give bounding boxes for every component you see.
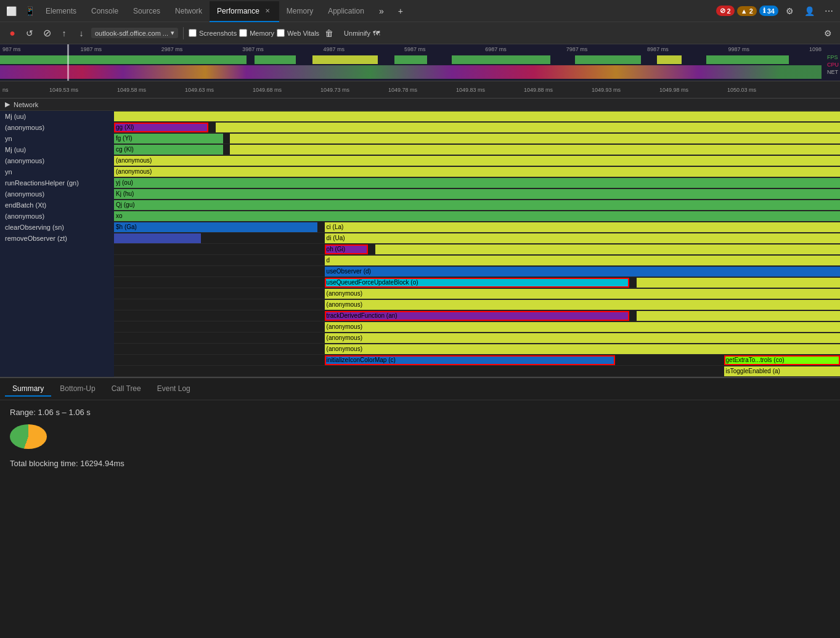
flame-blocks: Qj (gu) — [114, 200, 840, 211]
flame-blocks: gg (Xl) — [114, 122, 840, 133]
flame-block[interactable]: isToggleEnabled (a) — [724, 366, 840, 376]
flame-block[interactable]: useObserver (d) — [325, 267, 840, 277]
flame-block[interactable] — [375, 244, 840, 254]
flame-block[interactable]: trackDerivedFunction (an) — [325, 311, 630, 321]
settings-icon[interactable]: ⚙ — [781, 2, 798, 20]
error-badge[interactable]: ⊘ 2 — [716, 6, 735, 16]
table-row: yn fg (Yl) — [0, 133, 840, 144]
add-tab-btn[interactable]: + — [392, 2, 409, 20]
flame-label: (anonymous) — [0, 188, 114, 200]
table-row: useObserver (d) — [0, 266, 840, 277]
url-dropdown-icon[interactable]: ▾ — [171, 29, 174, 37]
screenshots-checkbox[interactable]: Screenshots — [189, 29, 237, 37]
flame-blocks: (anonymous) — [114, 321, 840, 333]
range-text: Range: 1.06 s – 1.06 s — [10, 408, 830, 417]
table-row: trackDerivedFunction (an) — [0, 310, 840, 321]
flame-block[interactable]: (anonymous) — [325, 322, 840, 332]
tab-console[interactable]: Console — [84, 1, 126, 22]
flame-block[interactable]: Qj (gu) — [114, 200, 840, 210]
flame-block[interactable] — [637, 278, 840, 288]
flame-block[interactable]: (anonymous) — [325, 300, 840, 310]
table-row: Mj (uu) cg (Kl) — [0, 144, 840, 155]
flame-block[interactable]: $h (Ga) — [114, 222, 317, 232]
flame-block[interactable]: initializeIconColorMap (c) — [325, 355, 615, 365]
flame-block[interactable]: (anonymous) — [325, 333, 840, 343]
device-icon[interactable]: 📱 — [21, 2, 38, 20]
flame-block[interactable]: oh (Gi) — [325, 244, 369, 254]
flame-blocks: (anonymous) — [114, 166, 840, 177]
flame-block[interactable] — [637, 311, 840, 321]
unminify-icon: 🗺 — [373, 30, 380, 37]
flame-block[interactable]: gg (Xl) — [114, 123, 208, 132]
table-row: yn (anonymous) — [0, 166, 840, 177]
tab-memory[interactable]: Memory — [279, 1, 320, 22]
download-btn[interactable]: ↓ — [74, 26, 89, 41]
flame-label: (anonymous) — [0, 155, 114, 166]
web-vitals-checkbox[interactable]: Web Vitals — [277, 29, 319, 37]
tab-call-tree[interactable]: Call Tree — [104, 382, 149, 397]
flame-block[interactable]: ci (La) — [325, 222, 840, 232]
settings2-icon[interactable]: ⚙ — [820, 26, 835, 41]
tab-performance[interactable]: Performance ✕ — [210, 1, 279, 22]
flame-block[interactable]: yj (ou) — [114, 178, 840, 188]
tab-elements[interactable]: Elements — [38, 1, 84, 22]
table-row: Mj (uu) — [0, 111, 840, 122]
warning-badge[interactable]: ▲ 2 — [737, 6, 757, 16]
flame-blocks: (anonymous) — [114, 155, 840, 166]
flame-block[interactable]: d — [325, 256, 840, 265]
flame-blocks: xo — [114, 211, 840, 222]
flame-block[interactable]: fg (Yl) — [114, 134, 223, 143]
network-expand-icon[interactable]: ▶ — [5, 100, 10, 108]
record-btn[interactable]: ● — [5, 26, 20, 41]
flame-block[interactable] — [114, 111, 840, 121]
flame-label: Mj (uu) — [0, 144, 114, 155]
more-tabs-btn[interactable]: » — [373, 2, 390, 20]
flame-block[interactable] — [230, 145, 840, 155]
flame-block[interactable]: (anonymous) — [325, 289, 840, 299]
tab-sources[interactable]: Sources — [126, 1, 168, 22]
flame-block[interactable] — [114, 233, 201, 243]
trash-icon[interactable]: 🗑 — [322, 26, 336, 41]
flame-blocks — [114, 111, 840, 122]
tab-bottom-up[interactable]: Bottom-Up — [52, 382, 102, 397]
warning-icon: ▲ — [741, 7, 748, 15]
flame-block[interactable]: Kj (hu) — [114, 189, 840, 199]
tab-network[interactable]: Network — [168, 1, 210, 22]
flame-blocks: di (Ua) — [114, 233, 840, 244]
flame-block[interactable]: xo — [114, 211, 840, 221]
flame-label — [0, 321, 114, 333]
tab-bar-right: ⊘ 2 ▲ 2 ℹ 34 ⚙ 👤 ⋯ — [716, 2, 838, 20]
more-icon[interactable]: ⋯ — [820, 2, 838, 20]
dock-icon[interactable]: ⬜ — [2, 2, 20, 20]
clear-btn[interactable]: ⊘ — [39, 26, 54, 41]
flame-block[interactable]: (anonymous) — [114, 156, 840, 166]
flame-blocks: (anonymous) — [114, 288, 840, 299]
unminify-btn[interactable]: Unminify 🗺 — [339, 28, 385, 38]
bottom-tabs: Summary Bottom-Up Call Tree Event Log — [0, 378, 840, 400]
flame-block[interactable]: getExtraTo...trols (co) — [724, 355, 840, 365]
table-row: endBatch (Xt) Qj (gu) — [0, 200, 840, 211]
flame-block[interactable] — [230, 134, 840, 143]
flame-block[interactable]: useQueuedForceUpdateBlock (o) — [325, 278, 630, 288]
tab-summary[interactable]: Summary — [5, 382, 51, 397]
table-row: clearObserving (sn) $h (Ga) ci (La) — [0, 222, 840, 233]
tab-close-performance[interactable]: ✕ — [263, 7, 272, 15]
table-row: (anonymous) xo — [0, 211, 840, 222]
info-badge[interactable]: ℹ 34 — [759, 6, 778, 16]
flame-blocks: $h (Ga) ci (La) — [114, 222, 840, 233]
flame-block[interactable]: di (Ua) — [325, 233, 840, 243]
flame-block[interactable] — [216, 123, 840, 132]
reload-btn[interactable]: ↺ — [22, 26, 37, 41]
customize-icon[interactable]: 👤 — [801, 2, 818, 20]
flame-block[interactable]: cg (Kl) — [114, 145, 223, 155]
table-row: isToggleEnabled (a) — [0, 366, 840, 377]
flame-blocks: (anonymous) — [114, 333, 840, 344]
flame-label: yn — [0, 133, 114, 144]
upload-btn[interactable]: ↑ — [57, 26, 71, 41]
tab-application[interactable]: Application — [320, 1, 372, 22]
tab-event-log[interactable]: Event Log — [150, 382, 198, 397]
flame-block[interactable]: (anonymous) — [325, 344, 840, 354]
flame-block[interactable]: (anonymous) — [114, 167, 840, 177]
flame-blocks: Kj (hu) — [114, 188, 840, 200]
memory-checkbox[interactable]: Memory — [239, 29, 274, 37]
